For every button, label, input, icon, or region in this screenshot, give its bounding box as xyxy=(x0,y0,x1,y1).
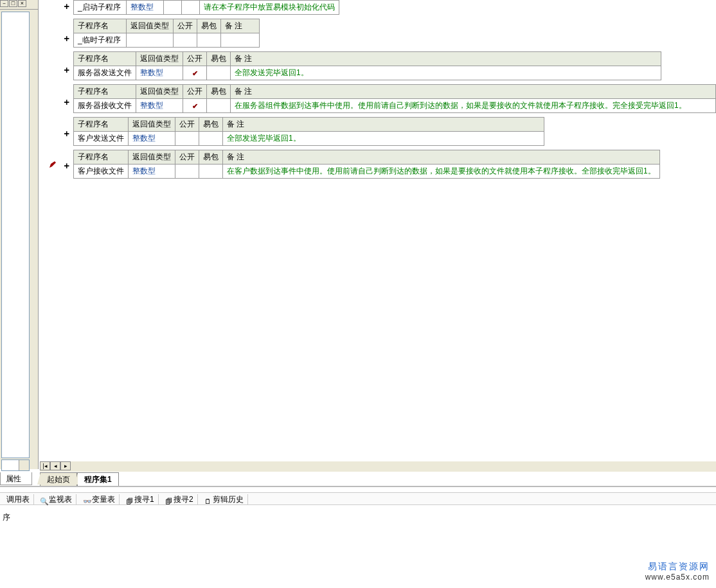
header-public: 公开 xyxy=(175,118,199,132)
status-bar: 序 xyxy=(0,512,716,523)
subroutine-name-cell[interactable]: 服务器发送文件 xyxy=(74,66,136,80)
tab-call-table[interactable]: 调用表 xyxy=(3,494,34,504)
panel-dash-button[interactable]: － xyxy=(0,0,8,7)
left-panel-dropdown[interactable] xyxy=(1,459,30,471)
public-cell[interactable] xyxy=(164,1,182,15)
left-panel: －□× xyxy=(0,0,39,469)
public-cell[interactable]: ✔ xyxy=(183,66,207,80)
glasses-icon: 👓 xyxy=(83,496,91,504)
return-type-cell[interactable]: 整数型 xyxy=(136,66,183,80)
panel-window-button[interactable]: □ xyxy=(9,0,17,7)
clipboard-icon: 🗒 xyxy=(204,496,211,504)
header-name: 子程序名 xyxy=(74,52,136,66)
return-type-cell[interactable]: 整数型 xyxy=(127,1,164,15)
code-gutter: + + + + + + xyxy=(40,0,71,461)
public-cell[interactable] xyxy=(175,132,199,146)
subroutine-table: _启动子程序整数型请在本子程序中放置易模块初始化代码 xyxy=(73,0,339,15)
note-cell[interactable]: 全部发送完毕返回1。 xyxy=(231,66,661,80)
scroll-left-icon[interactable]: ◂ xyxy=(50,461,60,470)
subroutine-name-cell[interactable]: _启动子程序 xyxy=(74,1,127,15)
note-cell[interactable]: 在客户数据到达事件中使用。使用前请自己判断到达的数据，如果是要接收的文件就使用本… xyxy=(223,165,660,179)
easypack-cell[interactable] xyxy=(182,1,200,15)
subroutine-name-cell[interactable]: 客户发送文件 xyxy=(74,132,129,146)
subroutine-table: 子程序名返回值类型公开易包备 注服务器发送文件整数型✔全部发送完毕返回1。 xyxy=(73,51,661,80)
expand-plus-icon[interactable]: + xyxy=(64,33,69,44)
tab-variable-table[interactable]: 👓变量表 xyxy=(79,494,120,504)
public-cell[interactable] xyxy=(174,33,197,48)
tab-program-set-1[interactable]: 程序集1 xyxy=(77,472,119,487)
properties-tab[interactable]: 属性 xyxy=(0,472,32,485)
header-easypack: 易包 xyxy=(207,52,231,66)
chevron-down-icon xyxy=(21,463,26,467)
expand-plus-icon[interactable]: + xyxy=(64,97,69,107)
left-panel-body xyxy=(1,12,30,458)
header-name: 子程序名 xyxy=(74,19,127,33)
check-icon: ✔ xyxy=(192,102,198,110)
return-type-cell[interactable]: 整数型 xyxy=(129,132,175,146)
easypack-cell[interactable] xyxy=(207,66,231,80)
easypack-cell[interactable] xyxy=(207,99,231,113)
left-panel-toolbar: －□× xyxy=(0,0,38,10)
note-cell[interactable]: 在服务器组件数据到达事件中使用。使用前请自己判断到达的数据，如果是要接收的文件就… xyxy=(231,99,716,113)
header-name: 子程序名 xyxy=(74,118,129,132)
header-note: 备 注 xyxy=(231,85,716,99)
header-public: 公开 xyxy=(174,19,197,33)
header-note: 备 注 xyxy=(221,19,260,33)
note-cell[interactable] xyxy=(221,33,260,48)
subroutine-table: 子程序名返回值类型公开易包备 注客户接收文件整数型在客户数据到达事件中使用。使用… xyxy=(73,150,660,179)
subroutine-table: 子程序名返回值类型公开易包备 注客户发送文件整数型全部发送完毕返回1。 xyxy=(73,117,544,146)
edit-pen-icon xyxy=(49,161,57,168)
easypack-cell[interactable] xyxy=(197,33,221,48)
header-name: 子程序名 xyxy=(74,150,129,165)
note-cell[interactable]: 请在本子程序中放置易模块初始化代码 xyxy=(200,1,339,15)
header-easypack: 易包 xyxy=(197,19,221,33)
editor-tabs: 起始页程序集1 xyxy=(40,472,297,485)
return-type-cell[interactable]: 整数型 xyxy=(129,165,175,179)
panel-close-button[interactable]: × xyxy=(18,0,26,7)
easypack-cell[interactable] xyxy=(199,165,223,179)
expand-plus-icon[interactable]: + xyxy=(64,161,69,171)
note-cell[interactable]: 全部发送完毕返回1。 xyxy=(223,132,544,146)
search-icon: 🗐 xyxy=(125,496,133,504)
header-note: 备 注 xyxy=(231,52,661,66)
header-note: 备 注 xyxy=(223,150,660,165)
horizontal-scrollbar[interactable]: |◂◂▸ xyxy=(40,461,716,472)
watermark: 易语言资源网 www.e5a5x.com xyxy=(645,561,710,582)
return-type-cell[interactable]: 整数型 xyxy=(136,99,183,113)
expand-plus-icon[interactable]: + xyxy=(64,1,69,12)
header-easypack: 易包 xyxy=(199,118,223,132)
magnifier-icon: 🔍 xyxy=(40,496,48,504)
header-name: 子程序名 xyxy=(74,85,136,99)
header-easypack: 易包 xyxy=(207,85,231,99)
divider xyxy=(0,486,716,488)
scroll-right-icon[interactable]: ▸ xyxy=(60,461,71,470)
header-return-type: 返回值类型 xyxy=(127,19,174,33)
header-easypack: 易包 xyxy=(199,150,223,165)
return-type-cell[interactable] xyxy=(127,33,174,48)
subroutine-name-cell[interactable]: 服务器接收文件 xyxy=(74,99,136,113)
tab-search-1[interactable]: 🗐搜寻1 xyxy=(121,494,159,504)
bottom-tool-tabs: 调用表 🔍监视表 👓变量表 🗐搜寻1 🗐搜寻2 🗒剪辑历史 xyxy=(0,492,716,505)
subroutine-table: 子程序名返回值类型公开易包备 注服务器接收文件整数型✔在服务器组件数据到达事件中… xyxy=(73,84,716,113)
header-public: 公开 xyxy=(183,52,207,66)
check-icon: ✔ xyxy=(192,69,198,77)
tab-clip-history[interactable]: 🗒剪辑历史 xyxy=(200,494,248,504)
header-return-type: 返回值类型 xyxy=(129,150,175,165)
expand-plus-icon[interactable]: + xyxy=(64,129,69,139)
public-cell[interactable]: ✔ xyxy=(183,99,207,113)
expand-plus-icon[interactable]: + xyxy=(64,65,69,75)
public-cell[interactable] xyxy=(175,165,199,179)
tab-watch-table[interactable]: 🔍监视表 xyxy=(36,494,76,504)
watermark-url: www.e5a5x.com xyxy=(645,573,710,582)
tab-start-page[interactable]: 起始页 xyxy=(40,472,77,487)
header-public: 公开 xyxy=(183,85,207,99)
search-icon: 🗐 xyxy=(165,496,172,504)
header-return-type: 返回值类型 xyxy=(129,118,175,132)
subroutine-name-cell[interactable]: _临时子程序 xyxy=(74,33,127,48)
subroutine-name-cell[interactable]: 客户接收文件 xyxy=(74,165,129,179)
scroll-home-icon[interactable]: |◂ xyxy=(40,461,50,470)
easypack-cell[interactable] xyxy=(199,132,223,146)
header-return-type: 返回值类型 xyxy=(136,85,183,99)
tab-search-2[interactable]: 🗐搜寻2 xyxy=(161,494,198,504)
subroutine-table: 子程序名返回值类型公开易包备 注_临时子程序 xyxy=(73,19,260,48)
